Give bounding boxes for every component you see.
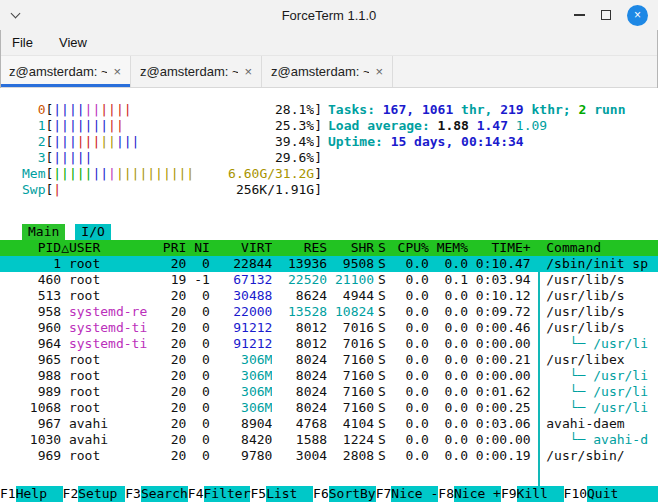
mem-label: Mem xyxy=(22,166,45,182)
column-header-time[interactable]: TIME+ xyxy=(468,240,531,256)
fkey-f10[interactable]: F10Quit xyxy=(564,486,658,502)
meter-list: 0[||||||||||28.1%]1[|||||||||25.3%]2[|||… xyxy=(22,102,322,198)
minimize-icon xyxy=(574,14,585,16)
tab-label: z@amsterdam: ~ xyxy=(271,64,369,79)
column-header-gap[interactable]: △ xyxy=(61,240,69,256)
terminal-view[interactable]: 0[||||||||||28.1%]1[|||||||||25.3%]2[|||… xyxy=(0,88,658,502)
column-header-s[interactable]: S xyxy=(374,240,390,256)
tab-label: z@amsterdam: ~ xyxy=(140,64,238,79)
process-row-988[interactable]: 988root200306M80247160S0.00.00:00.00 └─ … xyxy=(0,368,658,384)
tasks-line: Tasks: 167, 1061 thr, 219 kthr; 2 runn xyxy=(328,102,625,118)
menu-file[interactable]: File xyxy=(12,35,33,50)
process-row-1030[interactable]: 1030avahi200842015881224S0.00.00:00.00 └… xyxy=(0,432,658,448)
load-line: Load average: 1.88 1.47 1.09 xyxy=(328,118,625,134)
fkey-f6[interactable]: F6SortBy xyxy=(313,486,376,502)
table-body: 1root20022844139369508S0.00.00:10.47/sbi… xyxy=(0,256,658,464)
forceterm-window: ForceTerm 1.1.0 × File View z@amsterdam:… xyxy=(0,0,658,502)
fkey-f7[interactable]: F7Nice - xyxy=(376,486,439,502)
htop-tab-main[interactable]: Main xyxy=(22,224,65,240)
fkey-f3[interactable]: F3Search xyxy=(125,486,188,502)
swp-label: Swp xyxy=(22,182,45,198)
column-header-cpu[interactable]: CPU% xyxy=(390,240,429,256)
tab-bar: z@amsterdam: ~ × z@amsterdam: ~ × z@amst… xyxy=(0,56,658,88)
process-row-969[interactable]: 969root200978030042808S0.00.00:00.19/usr… xyxy=(0,448,658,464)
column-header-pri[interactable]: PRI xyxy=(155,240,186,256)
mem-value: 6.60G/31.2G xyxy=(228,166,314,182)
mem-bar: |||||||||||||||||| xyxy=(53,166,194,182)
screen-tabs: MainI/O xyxy=(0,224,658,240)
meter-cpu2: 2[|||||||||||39.4%] xyxy=(22,134,322,150)
tab-close-icon[interactable]: × xyxy=(369,64,383,79)
process-row-958[interactable]: 958systemd-re200220001352810824S0.00.00:… xyxy=(0,304,658,320)
minimize-button[interactable] xyxy=(574,14,585,16)
fkey-f4[interactable]: F4Filter xyxy=(188,486,251,502)
cpu0-label: 0 xyxy=(22,102,45,118)
menu-bar: File View xyxy=(0,30,658,56)
terminal-tab-3[interactable]: z@amsterdam: ~ × xyxy=(262,56,393,87)
cpu1-bar: ||||||||| xyxy=(53,118,123,134)
htop-header-area: 0[||||||||||28.1%]1[|||||||||25.3%]2[|||… xyxy=(0,102,658,198)
table-divider xyxy=(538,272,540,486)
window-title: ForceTerm 1.1.0 xyxy=(0,8,658,23)
meter-cpu0: 0[||||||||||28.1%] xyxy=(22,102,322,118)
close-button[interactable]: × xyxy=(627,5,648,26)
column-header-pid[interactable]: PID xyxy=(22,240,61,256)
cpu2-bar: ||||||||||| xyxy=(53,134,139,150)
column-header-cmd[interactable]: Command xyxy=(531,240,658,256)
cpu2-value: 39.4% xyxy=(275,134,314,150)
process-row-965[interactable]: 965root200306M80247160S0.00.00:00.21/usr… xyxy=(0,352,658,368)
cpu1-value: 25.3% xyxy=(275,118,314,134)
column-header-virt[interactable]: VIRT xyxy=(210,240,273,256)
cpu0-value: 28.1% xyxy=(275,102,314,118)
fkey-bar: F1HelpF2SetupF3SearchF4FilterF5ListF6Sor… xyxy=(0,486,658,502)
window-controls: × xyxy=(574,5,648,26)
table-header: PID△USERPRINIVIRTRESSHRSCPU%MEM%TIME+Com… xyxy=(0,240,658,256)
terminal-tab-2[interactable]: z@amsterdam: ~ × xyxy=(131,56,262,87)
column-header-user[interactable]: USER xyxy=(69,240,155,256)
process-row-1[interactable]: 1root20022844139369508S0.00.00:10.47/sbi… xyxy=(0,256,658,272)
meter-cpu3: 3[|||||29.6%] xyxy=(22,150,322,166)
cpu2-label: 2 xyxy=(22,134,45,150)
uptime-line: Uptime: 15 days, 00:14:34 xyxy=(328,134,625,150)
fkey-f5[interactable]: F5List xyxy=(250,486,313,502)
meter-cpu1: 1[|||||||||25.3%] xyxy=(22,118,322,134)
tab-close-icon[interactable]: × xyxy=(107,64,121,79)
column-header-mem[interactable]: MEM% xyxy=(429,240,468,256)
process-row-960[interactable]: 960systemd-ti2009121280127016S0.00.00:00… xyxy=(0,320,658,336)
process-row-964[interactable]: 964systemd-ti2009121280127016S0.00.00:00… xyxy=(0,336,658,352)
fkey-f9[interactable]: F9Kill xyxy=(501,486,564,502)
swp-bar: | xyxy=(53,182,61,198)
menu-view[interactable]: View xyxy=(59,35,87,50)
cpu3-bar: ||||| xyxy=(53,150,92,166)
maximize-button[interactable] xyxy=(601,10,611,20)
meter-swp: Swp[|256K/1.91G] xyxy=(22,182,322,198)
column-header-shr[interactable]: SHR xyxy=(327,240,374,256)
maximize-icon xyxy=(601,10,611,20)
process-row-967[interactable]: 967avahi200890447684104S0.00.00:03.06ava… xyxy=(0,416,658,432)
column-header-ni[interactable]: NI xyxy=(186,240,209,256)
process-row-989[interactable]: 989root200306M80247160S0.00.00:01.62 └─ … xyxy=(0,384,658,400)
cpu3-value: 29.6% xyxy=(275,150,314,166)
tab-label: z@amsterdam: ~ xyxy=(9,64,107,79)
cpu0-bar: |||||||||| xyxy=(53,102,131,118)
info-lines: Tasks: 167, 1061 thr, 219 kthr; 2 runnLo… xyxy=(328,102,625,198)
swp-value: 256K/1.91G xyxy=(236,182,314,198)
column-header-res[interactable]: RES xyxy=(272,240,327,256)
process-row-1068[interactable]: 1068root200306M80247160S0.00.00:00.25 └─… xyxy=(0,400,658,416)
fkey-f8[interactable]: F8Nice + xyxy=(438,486,501,502)
fkey-f2[interactable]: F2Setup xyxy=(63,486,126,502)
process-row-513[interactable]: 513root2003048886244944S0.00.00:10.12/us… xyxy=(0,288,658,304)
htop-tab-io[interactable]: I/O xyxy=(75,224,110,240)
process-row-460[interactable]: 460root19-1671322252021100S0.00.10:03.94… xyxy=(0,272,658,288)
cpu3-label: 3 xyxy=(22,150,45,166)
meter-mem: Mem[||||||||||||||||||6.60G/31.2G] xyxy=(22,166,322,182)
fkey-f1[interactable]: F1Help xyxy=(0,486,63,502)
cpu1-label: 1 xyxy=(22,118,45,134)
title-bar: ForceTerm 1.1.0 × xyxy=(0,0,658,30)
tab-close-icon[interactable]: × xyxy=(238,64,252,79)
terminal-tab-1[interactable]: z@amsterdam: ~ × xyxy=(0,56,131,87)
